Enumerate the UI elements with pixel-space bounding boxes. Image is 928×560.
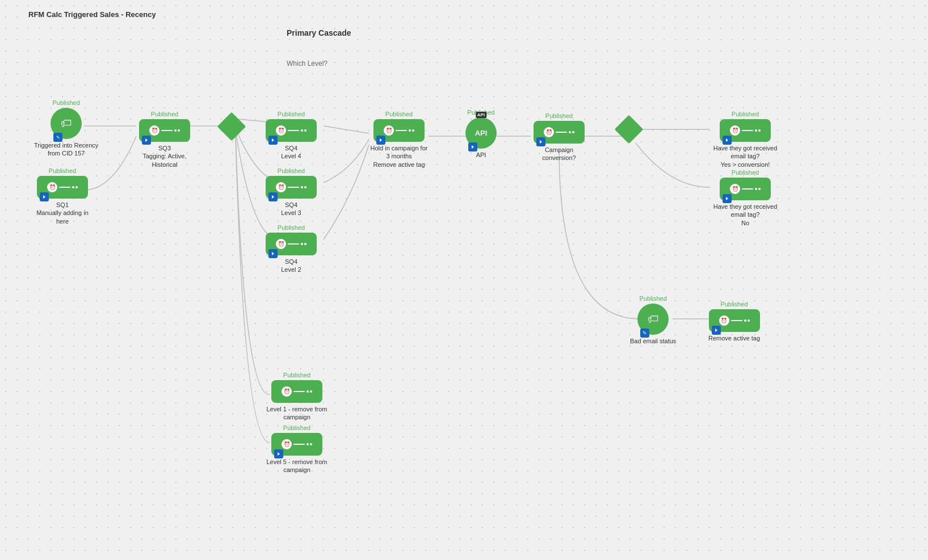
sq3-label: SQ3Tagging: Active, Historical [133, 144, 196, 169]
bad-email-label: Bad email status [630, 337, 676, 345]
trigger-edit-badge: ✎ [53, 133, 62, 142]
sq4-l4-label: SQ4Level 4 [281, 144, 301, 161]
diamond2-node[interactable] [619, 119, 639, 140]
sq4-level2-node[interactable]: Published ⏰ SQ4Level 2 [266, 224, 317, 274]
level5-label: Level 5 - remove from campaign [266, 458, 328, 474]
email-yes-label: Have they got received email tag?Yes > c… [708, 144, 782, 169]
email-no-node[interactable]: Published ⏰ Have they got received email… [708, 169, 782, 227]
email-yes-node[interactable]: Published ⏰ Have they got received email… [708, 111, 782, 169]
api-flag [468, 142, 477, 151]
level1-remove-node[interactable]: Published ⏰ Level 1 - remove from campai… [266, 372, 328, 422]
sq4-level4-node[interactable]: Published ⏰ SQ4Level 4 [266, 111, 317, 161]
sq4-l3-flag [268, 192, 278, 201]
campaign-conv-flag [536, 137, 545, 146]
email-yes-flag [723, 136, 732, 145]
cascade-subtitle: Which Level? [287, 60, 327, 68]
campaign-conv-label: Campaign conversion? [528, 146, 590, 162]
sq4-level3-node[interactable]: Published ⏰ SQ4Level 3 [266, 167, 317, 217]
level1-label: Level 1 - remove from campaign [266, 405, 328, 422]
sq4-l2-label: SQ4Level 2 [281, 258, 301, 274]
remove-active-label: Remove active tag [708, 334, 760, 342]
api-node[interactable]: Published API API API [465, 109, 497, 159]
cascade-title: Primary Cascade [287, 28, 351, 37]
bad-email-badge: ✎ [640, 329, 649, 338]
sq3-node[interactable]: Published ⏰ SQ3Tagging: Active, Historic… [133, 111, 196, 169]
level5-remove-node[interactable]: Published ⏰ Level 5 - remove from campai… [266, 424, 328, 474]
bad-email-node[interactable]: Published 🏷 ✎ Bad email status [630, 295, 676, 345]
diamond1-node[interactable] [221, 116, 242, 137]
remove-active-node[interactable]: Published ⏰ Remove active tag [708, 301, 760, 342]
sq1-flag [40, 192, 49, 201]
sq3-flag [142, 136, 151, 145]
workflow-canvas: RFM Calc Triggered Sales - Recency Prima… [0, 0, 928, 560]
hold-label: Hold in campaign for 3 monthsRemove acti… [368, 144, 430, 169]
sq4-l4-flag [268, 136, 278, 145]
level1-box: ⏰ [271, 380, 322, 403]
level5-flag [274, 449, 283, 458]
sq4-l2-flag [268, 249, 278, 258]
page-title: RFM Calc Triggered Sales - Recency [28, 10, 156, 19]
connection-lines [0, 0, 928, 560]
trigger-node[interactable]: Published 🏷 ✎ Triggered into Recencyfrom… [34, 99, 98, 158]
hold-node[interactable]: Published ⏰ Hold in campaign for 3 month… [368, 111, 430, 169]
trigger-label: Triggered into Recencyfrom CID 157 [34, 141, 98, 158]
sq1-label: SQ1Manually adding in here [31, 201, 94, 225]
remove-active-flag [712, 326, 721, 335]
email-no-flag [723, 194, 732, 203]
api-label: API [476, 151, 486, 159]
campaign-conv-node[interactable]: Published ⏰ Campaign conversion? [528, 112, 590, 162]
sq4-l3-label: SQ4Level 3 [281, 201, 301, 217]
sq1-node[interactable]: Published ⏰ SQ1Manually adding in here [31, 167, 94, 225]
hold-flag [376, 136, 385, 145]
api-label-badge: API [476, 112, 486, 118]
email-no-label: Have they got received email tag?No [708, 203, 782, 227]
